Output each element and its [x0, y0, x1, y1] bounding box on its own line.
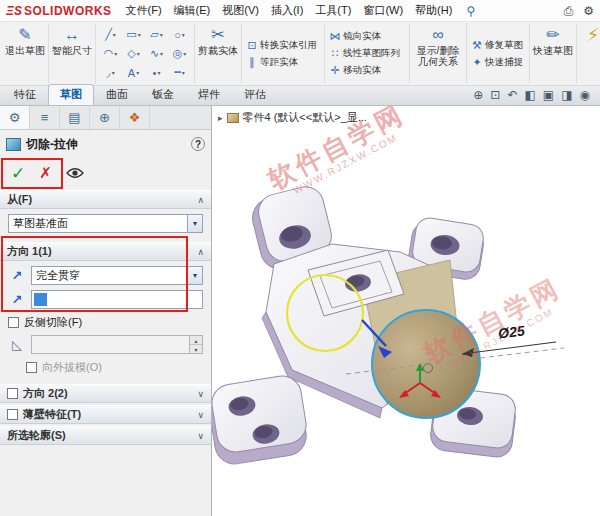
section-selected-contours-header[interactable]: 所选轮廓(S) ∨ — [0, 426, 211, 445]
dropdown-arrow-icon: ▾ — [136, 69, 139, 76]
offset-entities-button[interactable]: ∥ 等距实体 — [245, 55, 321, 70]
linear-pattern-button[interactable]: ∷ 线性草图阵列 — [328, 46, 406, 61]
flyout-arrow-icon[interactable]: ▸ — [218, 113, 223, 123]
dropdown-arrow-icon[interactable]: ▾ — [187, 267, 202, 284]
section-direction2-header[interactable]: 方向 2(2) ∨ — [0, 384, 211, 403]
model-viewport[interactable]: Ø25 — [212, 106, 600, 516]
outward-draft-checkbox[interactable] — [26, 362, 37, 373]
options-gear-icon[interactable]: ⚙ — [583, 4, 594, 18]
view-orientation-icon[interactable]: ▣ — [543, 88, 554, 102]
display-style-icon[interactable]: ◨ — [561, 88, 572, 102]
menu-tools[interactable]: 工具(T) — [315, 3, 351, 18]
sketch-tools-grid: ╱▾▭▾▱▾○▾◠▾◇▾∿▾◎▾◞▾A▾•▾╍▾ — [99, 25, 191, 82]
flip-side-checkbox[interactable] — [8, 317, 19, 328]
tab-surfaces[interactable]: 曲面 — [94, 84, 140, 105]
move-entities-button[interactable]: ✛ 移动实体 — [328, 63, 406, 78]
centerline-icon: ╍ — [174, 66, 181, 79]
configuration-tab[interactable]: ▤ — [60, 106, 90, 129]
draft-icon[interactable]: ◺ — [8, 337, 26, 352]
outward-draft-label: 向外拔模(O) — [42, 360, 102, 375]
direction-reference-icon[interactable]: ↗ — [8, 291, 26, 309]
hide-show-icon[interactable]: ◉ — [580, 88, 590, 102]
cancel-x-button[interactable]: ✗ — [39, 164, 52, 182]
centerline-icon[interactable]: ╍▾ — [168, 63, 191, 82]
graphics-area[interactable]: ▸ 零件4 (默认<<默认>_显... — [212, 106, 600, 516]
exit-sketch-icon: ✎ — [18, 25, 31, 45]
line-icon[interactable]: ╱▾ — [99, 25, 122, 44]
menu-file[interactable]: 文件(F) — [126, 3, 162, 18]
selection-highlight — [34, 293, 47, 306]
display-relations-button[interactable]: ∞ 显示/删除几何关系 — [413, 23, 463, 84]
ok-check-button[interactable]: ✓ — [11, 163, 25, 184]
dropdown-arrow-icon: ▾ — [157, 69, 160, 76]
menu-help[interactable]: 帮助(H) — [415, 3, 452, 18]
preview-eye-button[interactable] — [66, 167, 84, 179]
point-icon[interactable]: •▾ — [145, 63, 168, 82]
smart-dimension-icon: ↔ — [64, 25, 80, 45]
rapid-sketch-icon: ✏ — [546, 25, 559, 45]
menu-edit[interactable]: 编辑(E) — [174, 3, 211, 18]
spinner-down-icon[interactable]: ▾ — [190, 345, 202, 353]
spline-icon[interactable]: ∿▾ — [145, 44, 168, 63]
instant2d-button[interactable]: ⚡ — [580, 23, 600, 84]
mirror-entities-button[interactable]: ⋈ 镜向实体 — [328, 29, 406, 44]
from-plane-dropdown[interactable]: 草图基准面 ▾ — [8, 214, 203, 233]
circle-icon[interactable]: ○▾ — [168, 25, 191, 44]
property-manager-tab[interactable]: ⚙ — [0, 106, 30, 129]
direction2-checkbox[interactable] — [7, 388, 18, 399]
fillet-icon[interactable]: ◞▾ — [99, 63, 122, 82]
exit-sketch-button[interactable]: ✎ 退出草图 — [5, 23, 45, 84]
polygon-icon[interactable]: ◇▾ — [122, 44, 145, 63]
draft-spinner[interactable]: ▴ ▾ — [189, 336, 202, 353]
dimension-d25[interactable]: Ø25 — [462, 322, 556, 357]
slot-icon[interactable]: ▱▾ — [145, 25, 168, 44]
convert-entities-button[interactable]: ⊡ 转换实体引用 — [245, 38, 321, 53]
reverse-direction-icon[interactable]: ↗ — [8, 267, 26, 285]
text-icon[interactable]: A▾ — [122, 63, 145, 82]
dimxpert-tab: ⊕ — [99, 110, 110, 125]
arc-icon[interactable]: ◠▾ — [99, 44, 122, 63]
tab-sheet-metal[interactable]: 钣金 — [140, 84, 186, 105]
flip-side-label: 反侧切除(F) — [24, 315, 82, 330]
trim-entities-button[interactable]: ✂ 剪裁实体 — [198, 23, 238, 84]
fillet-icon: ◞ — [106, 66, 110, 79]
tab-sketch[interactable]: 草图 — [48, 84, 94, 105]
previous-view-icon: ↶ — [507, 88, 517, 102]
thin-feature-checkbox[interactable] — [7, 409, 18, 420]
draft-angle-field[interactable]: ▴ ▾ — [31, 335, 203, 354]
section-view-icon[interactable]: ◧ — [524, 88, 535, 102]
smart-dimension-button[interactable]: ↔ 智能尺寸 — [52, 23, 92, 84]
help-icon[interactable]: ? — [191, 137, 205, 151]
zoom-fit-icon[interactable]: ⊕ — [473, 88, 483, 102]
rectangle-icon[interactable]: ▭▾ — [122, 25, 145, 44]
section-thin-feature-header[interactable]: 薄壁特征(T) ∨ — [0, 405, 211, 424]
menu-insert[interactable]: 插入(I) — [271, 3, 303, 18]
zoom-area-icon[interactable]: ⊡ — [490, 88, 500, 102]
tab-weldments[interactable]: 焊件 — [186, 84, 232, 105]
tab-features[interactable]: 特征 — [2, 84, 48, 105]
ellipse-icon[interactable]: ◎▾ — [168, 44, 191, 63]
pin-menu-icon[interactable]: ⚲ — [466, 4, 475, 18]
dropdown-arrow-icon[interactable]: ▾ — [187, 215, 202, 232]
direction-reference-field[interactable] — [31, 290, 203, 309]
repair-sketch-button[interactable]: ⚒ 修复草图 — [470, 38, 526, 53]
spinner-up-icon[interactable]: ▴ — [190, 336, 202, 345]
feature-tree-tab[interactable]: ≡ — [30, 106, 60, 129]
dropdown-arrow-icon: ▾ — [112, 69, 115, 76]
section-direction1-header[interactable]: 方向 1(1) ∧ — [0, 242, 211, 261]
feature-tree-breadcrumb[interactable]: ▸ 零件4 (默认<<默认>_显... — [218, 110, 367, 125]
print-icon[interactable]: ⎙ — [564, 4, 574, 18]
previous-view-icon[interactable]: ↶ — [507, 88, 517, 102]
quick-snaps-button[interactable]: ✦ 快速捕捉 — [470, 55, 526, 70]
tab-evaluate[interactable]: 评估 — [232, 84, 278, 105]
end-condition-dropdown[interactable]: 完全贯穿 ▾ — [31, 266, 203, 285]
menu-view[interactable]: 视图(V) — [222, 3, 259, 18]
menu-window[interactable]: 窗口(W) — [363, 3, 403, 18]
rapid-sketch-button[interactable]: ✏ 快速草图 — [533, 23, 573, 84]
dimxpert-tab[interactable]: ⊕ — [90, 106, 120, 129]
ear-bottom-left[interactable] — [212, 373, 309, 466]
cylinder-face[interactable] — [372, 310, 480, 418]
section-from-header[interactable]: 从(F) ∧ — [0, 190, 211, 209]
display-manager-tab[interactable]: ❖ — [120, 106, 150, 129]
arc-icon: ◠ — [104, 47, 114, 60]
